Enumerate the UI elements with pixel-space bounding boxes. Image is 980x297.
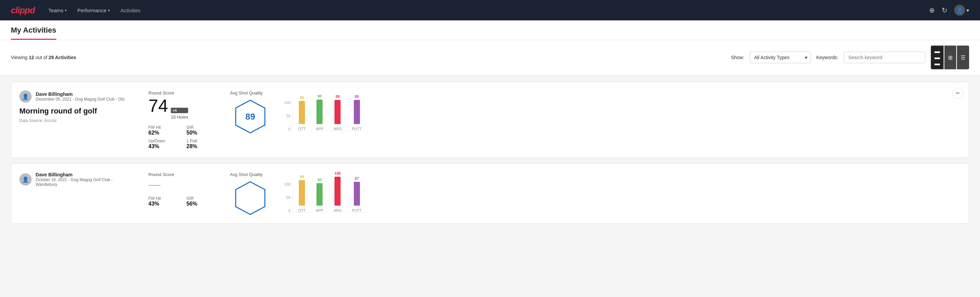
activities-list: ✏ 👤 Dave Billingham December 05, 2021 - … [0,75,980,236]
chart-y-0: 0 [288,209,290,213]
viewing-number: 12 [29,55,34,60]
avg-shot-quality: Avg Shot Quality [230,172,270,215]
ott-label: OTT [298,127,305,131]
ott-bar-group: 94 OTT [298,175,305,212]
gir-val: 56% [186,201,216,207]
putt-label: PUTT [352,127,362,131]
activity-type-select-wrapper[interactable]: All Activity Types Round Practice [750,52,811,63]
list-detail-icon: ☰ [961,54,966,61]
bar-chart: 100 50 0 94 OTT 83 APP [284,172,961,213]
user-date: October 16, 2021 - Gog Magog Golf Club -… [36,177,135,187]
putt-bar-group: 89 PUTT [352,94,362,131]
round-score-label: Round Score [148,90,216,96]
putt-bar-group: 87 PUTT [352,176,362,212]
hexagon-score: 89 [245,112,255,122]
svg-marker-1 [235,182,265,214]
round-score-wrapper: — [148,179,216,191]
arg-bar [334,100,340,124]
user-name: Dave Billingham [36,91,124,97]
fw-hit-label: FW Hit [148,125,178,130]
keywords-label: Keywords: [816,55,838,60]
oneputt-group: 1 Putt 28% [186,139,216,150]
user-name: Dave Billingham [36,172,135,177]
nav-performance[interactable]: Performance ▾ [78,8,110,13]
ott-label: OTT [298,208,305,212]
user-avatar-icon: 👤 [22,176,29,183]
chart-y-100: 100 [284,182,290,186]
header-left: clippd Teams ▾ Performance ▾ Activities [11,5,141,16]
gir-val: 50% [186,130,216,136]
search-input[interactable] [844,52,925,63]
chart-y-50: 50 [286,114,290,118]
card-left: 👤 Dave Billingham December 05, 2021 - Go… [19,90,135,123]
logo[interactable]: clippd [11,5,35,16]
fw-hit-val: 43% [148,201,178,207]
chart-y-0: 0 [288,127,290,131]
hexagon-wrapper: 89 [235,99,266,134]
app-bar [317,99,323,124]
putt-value: 89 [355,94,359,99]
activity-card: 👤 Dave Billingham October 16, 2021 - Gog… [11,163,969,224]
filter-controls: Show: All Activity Types Round Practice … [731,46,969,69]
card-stats: Round Score 74 +4 18 Holes FW Hit 62% GI… [148,90,216,150]
nav-teams[interactable]: Teams ▾ [49,8,67,13]
oneputt-val: 28% [186,144,216,150]
gir-label: GIR [186,125,216,130]
gir-label: GIR [186,196,216,201]
data-source: Data Source: Arccos [19,118,135,123]
main-nav: Teams ▾ Performance ▾ Activities [49,8,141,13]
user-date: December 05, 2021 - Gog Magog Golf Club … [36,97,124,102]
round-score-wrapper: 74 +4 18 Holes [148,97,216,120]
user-details: Dave Billingham December 05, 2021 - Gog … [36,91,124,102]
app-header: clippd Teams ▾ Performance ▾ Activities … [0,0,980,21]
holes-label: 18 Holes [171,115,188,120]
putt-label: PUTT [352,208,362,212]
header-right: ⊕ ↻ 👤 ▾ [929,5,969,16]
ott-value: 85 [300,96,304,99]
arg-bar [334,177,340,206]
round-score: 74 [148,97,168,115]
avatar-icon: 👤 [956,7,963,14]
arg-value: 106 [334,171,340,176]
viewing-count-text: Viewing 12 out of 29 Activities [11,55,76,60]
putt-value: 87 [355,176,359,180]
fw-hit-group: FW Hit 43% [148,196,178,207]
ott-value: 94 [300,175,304,179]
teams-chevron-icon: ▾ [65,8,67,12]
viewing-total: 29 Activities [49,55,76,60]
arg-label: ARG [334,208,342,212]
ott-bar [299,180,305,206]
avatar[interactable]: 👤 [954,5,965,16]
arg-value: 89 [336,94,340,99]
view-toggle-buttons: ▬▬▬ ⊞ ☰ [931,46,969,69]
updown-group: Up/Down 43% [148,139,178,150]
app-label: APP [316,127,323,131]
user-info: 👤 Dave Billingham October 16, 2021 - Gog… [19,172,135,187]
ott-bar-group: 85 OTT [298,96,305,131]
add-icon[interactable]: ⊕ [929,6,935,14]
grid-view-button[interactable]: ⊞ [944,46,956,69]
filter-bar: Viewing 12 out of 29 Activities Show: Al… [0,40,980,75]
list-detail-view-button[interactable]: ☰ [957,46,969,69]
nav-activities[interactable]: Activities [121,8,141,13]
avatar: 👤 [19,173,32,185]
activity-title: Morning round of golf [19,107,135,115]
chart-y-100: 100 [284,101,290,105]
app-bar-group: 90 APP [316,94,323,131]
user-menu[interactable]: 👤 ▾ [954,5,969,16]
updown-val: 43% [148,144,178,150]
list-compact-view-button[interactable]: ▬▬▬ [931,46,943,69]
gir-group: GIR 56% [186,196,216,207]
card-left: 👤 Dave Billingham October 16, 2021 - Gog… [19,172,135,191]
avg-shot-quality: Avg Shot Quality 89 [230,90,270,134]
user-avatar-icon: 👤 [22,93,29,100]
ott-bar [299,101,305,124]
refresh-icon[interactable]: ↻ [942,6,947,14]
hexagon-wrapper [235,181,266,215]
updown-label: Up/Down [148,139,178,144]
mini-stats: FW Hit 62% GIR 50% Up/Down 43% 1 Putt 28… [148,125,216,150]
activity-type-select[interactable]: All Activity Types Round Practice [750,52,811,63]
avatar: 👤 [19,90,32,103]
hexagon-icon [235,181,266,215]
app-value: 83 [318,178,321,182]
